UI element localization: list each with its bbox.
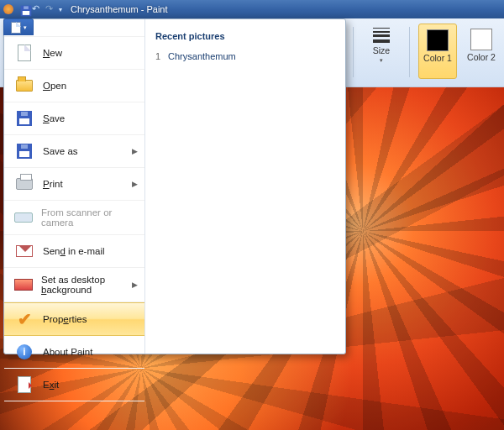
- menu-item-label: Save as: [43, 146, 78, 156]
- menu-item-about[interactable]: i About Paint: [4, 336, 144, 369]
- ribbon-separator: [409, 27, 410, 77]
- info-icon: i: [14, 343, 34, 361]
- color1-swatch: [427, 29, 449, 51]
- menu-item-save-as[interactable]: Save as ▶: [4, 135, 144, 168]
- submenu-arrow-icon: ▶: [132, 147, 138, 155]
- qat-redo-icon[interactable]: ↷: [45, 3, 57, 15]
- menu-item-label: Open: [43, 81, 66, 91]
- menu-item-print[interactable]: Print ▶: [4, 168, 144, 201]
- window-titlebar: ↶ ↷ ▾ Chrysanthemum - Paint: [0, 0, 504, 18]
- submenu-arrow-icon: ▶: [132, 180, 138, 188]
- size-label: Size: [373, 45, 390, 55]
- recent-picture-item[interactable]: 1 Chrysanthemum: [155, 50, 335, 63]
- save-icon: [14, 109, 34, 128]
- mail-icon: [14, 242, 34, 260]
- menu-item-label: Properties: [43, 314, 87, 324]
- chevron-down-icon: ▾: [24, 24, 27, 31]
- recent-item-index: 1: [155, 51, 165, 61]
- file-menu-icon: [11, 22, 21, 34]
- recent-pictures-panel: Recent pictures 1 Chrysanthemum: [145, 19, 345, 354]
- properties-icon: ✔: [14, 310, 34, 328]
- printer-icon: [14, 175, 34, 193]
- application-menu: New Open Save Save as ▶ Print ▶ From sca…: [3, 18, 346, 354]
- menu-item-label: Set as desktop background: [41, 275, 134, 295]
- color1-label: Color 1: [423, 53, 452, 63]
- menu-item-label: Exit: [43, 380, 59, 390]
- color2-label: Color 2: [467, 52, 496, 62]
- menu-item-label: New: [43, 48, 62, 58]
- menu-item-new[interactable]: New: [4, 36, 144, 70]
- menu-item-label: About Paint: [43, 347, 92, 357]
- color2-button[interactable]: Color 2: [462, 24, 501, 79]
- desktop-icon: [14, 275, 33, 294]
- menu-item-label: Print: [43, 179, 63, 189]
- qat-save-icon[interactable]: [18, 3, 30, 15]
- menu-item-send-email[interactable]: Send in e-mail: [4, 235, 144, 268]
- color2-swatch: [470, 29, 492, 50]
- app-icon: [3, 4, 13, 14]
- scanner-icon: [14, 208, 33, 227]
- menu-item-set-desktop-background[interactable]: Set as desktop background ▶: [4, 268, 144, 302]
- recent-heading: Recent pictures: [155, 31, 335, 41]
- menu-item-exit[interactable]: Exit: [4, 369, 144, 401]
- window-title: Chrysanthemum - Paint: [71, 4, 504, 14]
- save-as-icon: [14, 142, 34, 160]
- line-width-icon: [373, 27, 390, 44]
- ribbon-separator: [353, 27, 354, 77]
- qat-customize-icon[interactable]: ▾: [59, 6, 62, 13]
- system-menu-icons: [3, 4, 13, 14]
- application-menu-commands: New Open Save Save as ▶ Print ▶ From sca…: [4, 19, 145, 354]
- qat-undo-icon[interactable]: ↶: [32, 3, 44, 15]
- menu-item-properties[interactable]: ✔ Properties: [4, 302, 144, 336]
- menu-item-label: From scanner or camera: [41, 207, 134, 228]
- color1-button[interactable]: Color 1: [418, 24, 457, 79]
- exit-icon: [14, 375, 34, 394]
- file-menu-button[interactable]: ▾: [3, 18, 34, 35]
- menu-item-label: Save: [43, 113, 65, 123]
- chevron-down-icon: ▾: [380, 57, 383, 64]
- new-file-icon: [14, 44, 34, 62]
- submenu-arrow-icon: ▶: [132, 281, 138, 289]
- menu-item-label: Send in e-mail: [43, 246, 105, 256]
- open-folder-icon: [14, 76, 34, 95]
- recent-item-name: Chrysanthemum: [168, 51, 236, 61]
- size-button[interactable]: Size ▾: [362, 24, 401, 79]
- menu-item-from-scanner: From scanner or camera: [4, 201, 144, 235]
- quick-access-toolbar: ↶ ↷ ▾: [18, 3, 62, 15]
- menu-item-open[interactable]: Open: [4, 70, 144, 102]
- menu-item-save[interactable]: Save: [4, 102, 144, 135]
